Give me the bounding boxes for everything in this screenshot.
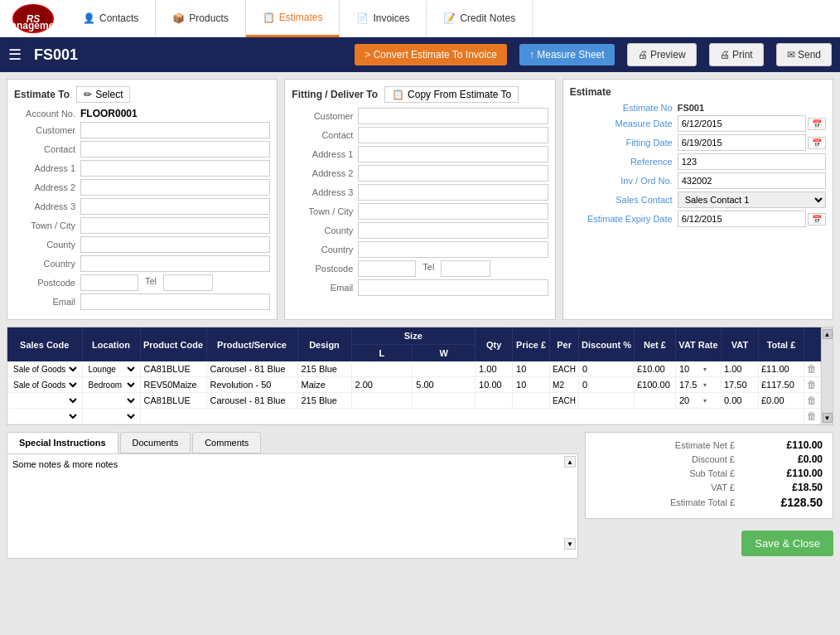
row4-delete-button[interactable]: 🗑 [807,410,817,422]
fitting-address2-input[interactable] [358,165,548,182]
notes-scroll-up[interactable]: ▲ [564,456,576,468]
fitting-address3-input[interactable] [358,184,548,201]
expiry-date-input[interactable] [678,211,806,227]
row2-size-w[interactable] [413,377,476,393]
row1-location-select[interactable]: Lounge [85,364,138,375]
notes-scroll-down[interactable]: ▼ [564,538,576,550]
contact-input[interactable] [80,141,270,158]
tab-special-instructions[interactable]: Special Instructions [7,432,118,453]
print-button[interactable]: 🖨 Print [709,43,764,66]
row2-sales-code[interactable]: Sale of Goods [7,377,82,393]
row3-price[interactable] [513,393,550,409]
row3-product-code[interactable] [140,393,206,409]
row2-product-service[interactable] [206,377,297,393]
row3-design[interactable] [297,393,351,409]
save-close-button[interactable]: Save & Close [741,531,833,556]
row1-price[interactable] [513,361,550,377]
row1-sales-code-select[interactable]: Sale of Goods [10,364,80,375]
preview-button[interactable]: 🖨 Preview [627,43,697,66]
copy-from-estimate-button[interactable]: 📋 Copy From Estimate To [384,86,519,103]
send-button[interactable]: ✉ Send [776,43,832,66]
row4-location-select[interactable] [85,411,138,422]
row2-per[interactable]: M2 [550,377,579,393]
row1-vat-rate[interactable]: ▾ [676,361,722,377]
measure-date-calendar[interactable]: 📅 [808,118,826,130]
row3-sales-code-select[interactable] [10,395,80,406]
select-button[interactable]: ✏ Select [76,86,130,103]
special-instructions-textarea[interactable]: Some notes & more notes [12,459,572,550]
fitting-contact-input[interactable] [358,127,548,143]
row3-qty[interactable] [476,393,513,409]
table-scroll-up[interactable]: ▲ [823,329,833,339]
row4-location[interactable] [82,409,140,424]
table-scroll-down[interactable]: ▼ [823,413,833,423]
row2-design[interactable] [297,377,351,393]
row3-delete-button[interactable]: 🗑 [807,395,817,406]
fitting-customer-input[interactable] [358,108,548,124]
address3-input[interactable] [80,198,270,215]
row2-location[interactable]: Bedroom [82,377,140,393]
nav-invoices[interactable]: 📄 Invoices [340,0,427,37]
county-input[interactable] [80,236,270,253]
postcode-input[interactable] [80,274,138,291]
row2-size-l[interactable] [351,377,413,393]
email-input[interactable] [80,293,270,310]
tel-input[interactable] [163,274,213,291]
country-input[interactable] [80,255,270,272]
inv-ord-input[interactable] [678,172,826,189]
row3-discount[interactable] [579,393,635,409]
address1-input[interactable] [80,160,270,177]
measure-date-input[interactable] [678,115,806,132]
row2-product-code[interactable] [140,377,206,393]
tab-comments[interactable]: Comments [192,432,261,453]
fitting-country-input[interactable] [358,241,548,258]
nav-credit-notes[interactable]: 📝 Credit Notes [427,0,533,37]
fitting-date-input[interactable] [678,134,806,151]
row1-delete-button[interactable]: 🗑 [807,363,817,375]
row3-per[interactable]: EACH [550,393,579,409]
tab-documents[interactable]: Documents [120,432,191,453]
row2-sales-code-select[interactable]: Sale of Goods [10,380,80,390]
row2-location-select[interactable]: Bedroom [85,380,138,390]
nav-estimates[interactable]: 📋 Estimates [246,0,340,37]
row2-vat-rate[interactable]: ▾ [676,377,722,393]
nav-contacts[interactable]: 👤 Contacts [66,0,156,37]
row1-design[interactable] [297,361,351,377]
fitting-email-input[interactable] [358,279,548,296]
row1-size-w[interactable] [413,361,476,377]
row3-location[interactable] [82,393,140,409]
row2-qty[interactable] [476,377,513,393]
hamburger-menu[interactable]: ☰ [8,46,22,64]
measure-sheet-button[interactable]: ↑ Measure Sheet [519,44,615,65]
town-input[interactable] [80,217,270,234]
row4-sales-code-select[interactable] [10,411,80,422]
customer-input[interactable] [80,122,270,138]
fitting-town-input[interactable] [358,203,548,220]
row1-size-l[interactable] [351,361,413,377]
row3-vat-rate[interactable]: ▾ [676,393,722,409]
row2-price[interactable] [513,377,550,393]
row1-qty[interactable] [476,361,513,377]
row3-sales-code[interactable] [7,393,82,409]
convert-to-invoice-button[interactable]: > Convert Estimate To Invoice [355,44,507,65]
fitting-county-input[interactable] [358,222,548,239]
nav-products[interactable]: 📦 Products [156,0,245,37]
row3-product-service[interactable] [206,393,297,409]
row4-sales-code[interactable] [7,409,82,424]
fitting-date-calendar[interactable]: 📅 [808,137,826,149]
expiry-date-calendar[interactable]: 📅 [808,213,826,225]
row2-delete-button[interactable]: 🗑 [807,379,817,390]
row1-sales-code[interactable]: Sale of Goods [7,361,82,377]
fitting-tel-input[interactable] [441,260,490,277]
row1-discount[interactable] [579,361,635,377]
sales-contact-select[interactable]: Sales Contact 1 [678,191,826,208]
fitting-address1-input[interactable] [358,146,548,162]
row1-product-service[interactable] [206,361,297,377]
row3-size-w[interactable] [413,393,476,409]
row3-size-l[interactable] [351,393,413,409]
fitting-postcode-input[interactable] [358,260,416,277]
row1-product-code[interactable] [140,361,206,377]
row2-discount[interactable] [579,377,635,393]
reference-input[interactable] [678,153,826,170]
row1-per[interactable]: EACH [550,361,579,377]
